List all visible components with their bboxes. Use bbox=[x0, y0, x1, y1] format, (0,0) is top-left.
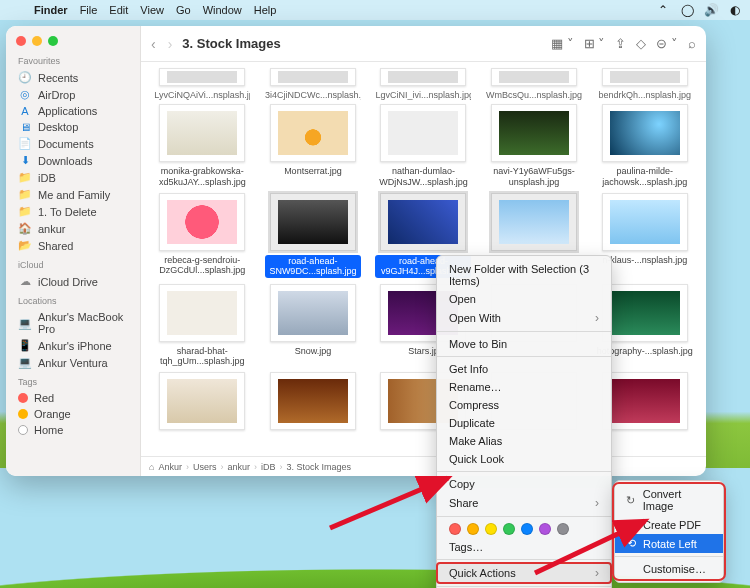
file-item[interactable]: Snow.jpg bbox=[260, 284, 367, 367]
file-item[interactable]: road-ahead-SNW9DC...splash.jpg bbox=[260, 193, 367, 278]
sidebar-item[interactable]: 📄Documents bbox=[14, 135, 132, 152]
sidebar-item[interactable]: 📁iDB bbox=[14, 169, 132, 186]
tag-color-dot[interactable] bbox=[521, 523, 533, 535]
sidebar-item[interactable]: 📁Me and Family bbox=[14, 186, 132, 203]
actions-icon[interactable]: ⊝ ˅ bbox=[656, 36, 678, 51]
submenu-item[interactable]: Customise… bbox=[615, 560, 723, 578]
path-segment[interactable]: 3. Stock Images bbox=[287, 462, 352, 472]
close-button[interactable] bbox=[16, 36, 26, 46]
file-item[interactable]: nathan-dumlao-WDjNsJW...splash.jpg bbox=[370, 104, 477, 187]
menu-item[interactable]: Tags… bbox=[437, 538, 611, 556]
menu-item[interactable]: Copy bbox=[437, 475, 611, 493]
file-item[interactable]: LyvCiNQAiVi...nsplash.jpg bbox=[149, 68, 256, 100]
file-item[interactable]: sharad-bhat-tqh_gUm...splash.jpg bbox=[149, 284, 256, 367]
file-item[interactable]: bendrkQh...nsplash.jpg bbox=[591, 68, 698, 100]
menu-item[interactable]: Duplicate bbox=[437, 414, 611, 432]
menu-edit[interactable]: Edit bbox=[109, 4, 128, 16]
siri-icon[interactable]: ◐ bbox=[728, 3, 742, 17]
tag-color-dot[interactable] bbox=[503, 523, 515, 535]
file-item[interactable]: LgvCiNI_ivi...nsplash.jpg bbox=[370, 68, 477, 100]
menu-help[interactable]: Help bbox=[254, 4, 277, 16]
group-by-icon[interactable]: ⊞ ˅ bbox=[584, 36, 606, 51]
path-bar[interactable]: ⌂ Ankur› Users› ankur› iDB› 3. Stock Ima… bbox=[141, 456, 706, 476]
menu-item[interactable]: Share bbox=[437, 493, 611, 513]
menu-file[interactable]: File bbox=[80, 4, 98, 16]
menu-go[interactable]: Go bbox=[176, 4, 191, 16]
spotlight-icon[interactable]: ⌃ bbox=[656, 3, 670, 17]
sidebar-item[interactable]: 🏠ankur bbox=[14, 220, 132, 237]
menu-item[interactable]: Quick Actions bbox=[437, 563, 611, 583]
file-thumbnail bbox=[159, 68, 245, 86]
tag-color-dot[interactable] bbox=[449, 523, 461, 535]
sound-icon[interactable]: 🔊 bbox=[704, 3, 718, 17]
menu-item[interactable]: Open With bbox=[437, 308, 611, 328]
tag-color-dot[interactable] bbox=[485, 523, 497, 535]
file-label: LyvCiNQAiVi...nsplash.jpg bbox=[154, 90, 250, 100]
menu-item[interactable]: Compress bbox=[437, 396, 611, 414]
menu-view[interactable]: View bbox=[140, 4, 164, 16]
control-center-icon[interactable]: ◯ bbox=[680, 3, 694, 17]
share-icon[interactable]: ⇪ bbox=[615, 36, 626, 51]
file-item[interactable]: rebeca-g-sendroiu-DzGCdUl...splash.jpg bbox=[149, 193, 256, 278]
menu-item[interactable]: New Folder with Selection (3 Items) bbox=[437, 260, 611, 290]
submenu-item[interactable]: ⟲Rotate Left bbox=[615, 534, 723, 553]
submenu-item[interactable]: ↻Convert Image bbox=[615, 485, 723, 515]
sidebar-item[interactable]: 📂Shared bbox=[14, 237, 132, 254]
sidebar-item[interactable]: Orange bbox=[14, 406, 132, 422]
file-grid[interactable]: LyvCiNQAiVi...nsplash.jpg3i4CjiNDCWc...n… bbox=[141, 62, 706, 456]
sidebar-item[interactable]: Red bbox=[14, 390, 132, 406]
zoom-button[interactable] bbox=[48, 36, 58, 46]
menu-window[interactable]: Window bbox=[203, 4, 242, 16]
sidebar-item[interactable]: Home bbox=[14, 422, 132, 438]
file-item[interactable]: WmBcsQu...nsplash.jpg bbox=[481, 68, 588, 100]
minimize-button[interactable] bbox=[32, 36, 42, 46]
tag-color-dot[interactable] bbox=[557, 523, 569, 535]
sidebar-item[interactable]: 💻Ankur's MacBook Pro bbox=[14, 309, 132, 337]
tag-color-dot[interactable] bbox=[539, 523, 551, 535]
sidebar-item[interactable]: ⬇Downloads bbox=[14, 152, 132, 169]
path-segment[interactable]: iDB bbox=[261, 462, 276, 472]
menu-item[interactable]: Move to Bin bbox=[437, 335, 611, 353]
apple-menu[interactable] bbox=[8, 3, 22, 17]
file-item[interactable]: monika-grabkowska-xd5kuJAY...splash.jpg bbox=[149, 104, 256, 187]
path-segment[interactable]: ankur bbox=[227, 462, 250, 472]
file-item[interactable]: Montserrat.jpg bbox=[260, 104, 367, 187]
file-thumbnail bbox=[270, 68, 356, 86]
sidebar-item[interactable]: 🖥Desktop bbox=[14, 119, 132, 135]
file-thumbnail bbox=[602, 284, 688, 342]
menu-item[interactable]: Get Info bbox=[437, 360, 611, 378]
sidebar-item[interactable]: ☁iCloud Drive bbox=[14, 273, 132, 290]
file-thumbnail bbox=[602, 193, 688, 251]
submenu-item[interactable]: ▢Create PDF bbox=[615, 515, 723, 534]
sidebar-item-label: Downloads bbox=[38, 155, 92, 167]
file-item[interactable] bbox=[149, 372, 256, 434]
file-item[interactable]: paulina-milde-jachowsk...splash.jpg bbox=[591, 104, 698, 187]
file-item[interactable] bbox=[260, 372, 367, 434]
menu-item[interactable]: Quick Look bbox=[437, 450, 611, 468]
path-segment[interactable]: Ankur bbox=[158, 462, 182, 472]
sidebar-item[interactable]: 📁1. To Delete bbox=[14, 203, 132, 220]
laptop-icon: 💻 bbox=[18, 317, 32, 330]
menu-item[interactable]: Open bbox=[437, 290, 611, 308]
forward-button[interactable]: › bbox=[168, 36, 173, 52]
file-thumbnail bbox=[602, 104, 688, 162]
sidebar-item[interactable]: 📱Ankur's iPhone bbox=[14, 337, 132, 354]
menubar-app-name[interactable]: Finder bbox=[34, 4, 68, 16]
sidebar-item[interactable]: 💻Ankur Ventura bbox=[14, 354, 132, 371]
file-item[interactable]: navi-Y1y6aWFu5gs-unsplash.jpg bbox=[481, 104, 588, 187]
menu-item[interactable]: Make Alias bbox=[437, 432, 611, 450]
path-segment[interactable]: Users bbox=[193, 462, 217, 472]
file-label: paulina-milde-jachowsk...splash.jpg bbox=[597, 166, 693, 187]
menu-item[interactable]: Rename… bbox=[437, 378, 611, 396]
tags-icon[interactable]: ◇ bbox=[636, 36, 646, 51]
back-button[interactable]: ‹ bbox=[151, 36, 156, 52]
menu-separator bbox=[615, 556, 723, 557]
sidebar-item[interactable]: 🕘Recents bbox=[14, 69, 132, 86]
sidebar-item[interactable]: AApplications bbox=[14, 103, 132, 119]
view-mode-icon[interactable]: ▦ ˅ bbox=[551, 36, 574, 51]
file-item[interactable]: 3i4CjiNDCWc...nsplash.jpg bbox=[260, 68, 367, 100]
tag-color-dot[interactable] bbox=[467, 523, 479, 535]
search-icon[interactable]: ⌕ bbox=[688, 36, 696, 51]
sidebar-item[interactable]: ◎AirDrop bbox=[14, 86, 132, 103]
menu-tag-colors[interactable] bbox=[437, 520, 611, 538]
